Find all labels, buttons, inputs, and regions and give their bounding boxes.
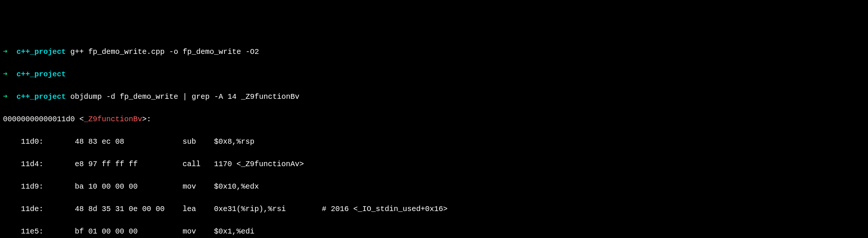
header-addr: 00000000000011d0 < bbox=[3, 115, 84, 123]
header-suffix: >: bbox=[142, 115, 151, 123]
prompt-arrow: ➜ bbox=[3, 48, 16, 56]
prompt-dir: c++_project bbox=[16, 70, 66, 79]
prompt-arrow: ➜ bbox=[3, 92, 16, 101]
asm-line: 11d4: e8 97 ff ff ff call 1170 <_Z9funct… bbox=[3, 159, 865, 170]
disasm-header: 00000000000011d0 <_Z9functionBv>: bbox=[3, 114, 865, 125]
prompt-line-1[interactable]: ➜ c++_project g++ fp_demo_write.cpp -o f… bbox=[3, 46, 865, 58]
asm-line: 11d0: 48 83 ec 08 sub $0x8,%rsp bbox=[3, 136, 865, 147]
command-text: g++ fp_demo_write.cpp -o fp_demo_write -… bbox=[66, 48, 259, 56]
asm-line: 11e5: bf 01 00 00 00 mov $0x1,%edi bbox=[3, 226, 865, 237]
prompt-line-3[interactable]: ➜ c++_project objdump -d fp_demo_write |… bbox=[3, 91, 865, 103]
prompt-dir: c++_project bbox=[16, 48, 66, 56]
asm-line: 11de: 48 8d 35 31 0e 00 00 lea 0xe31(%ri… bbox=[3, 204, 865, 215]
prompt-line-2[interactable]: ➜ c++_project bbox=[3, 69, 865, 80]
asm-line: 11d9: ba 10 00 00 00 mov $0x10,%edx bbox=[3, 181, 865, 192]
command-text: objdump -d fp_demo_write | grep -A 14 _Z… bbox=[66, 92, 299, 101]
prompt-dir: c++_project bbox=[16, 92, 66, 101]
symbol-name: _Z9functionBv bbox=[84, 115, 142, 123]
prompt-arrow: ➜ bbox=[3, 70, 16, 79]
